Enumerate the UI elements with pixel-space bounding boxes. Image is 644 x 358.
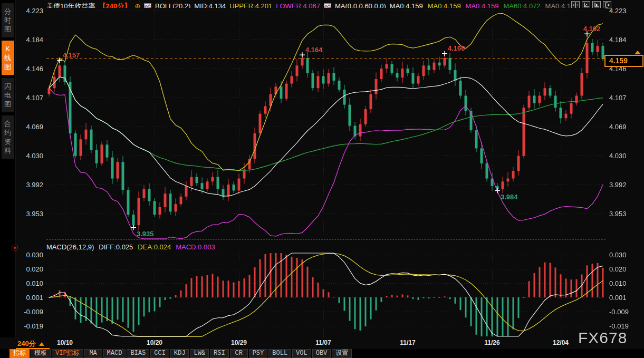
toolbar-button-设置[interactable]: 设置 <box>332 349 352 358</box>
price-tick-label: 4.184 <box>16 36 43 44</box>
toolbar-button-VOL[interactable]: VOL <box>292 349 311 358</box>
macd-tick-label: 0.010 <box>16 279 43 287</box>
macd-macd-value: MACD:0.003 <box>176 243 215 251</box>
toolbar-button-BIAS[interactable]: BIAS <box>127 349 149 358</box>
macd-header: MACD(26,12,9) DIFF:0.025 DEA:0.024 MACD:… <box>46 243 215 251</box>
panel-separator <box>46 239 605 240</box>
date-tick-label: 10/29 <box>226 339 252 346</box>
scroll-right-icon[interactable] <box>592 1 601 8</box>
date-tick-label: 10/10 <box>52 339 78 346</box>
toolbar-button-模板[interactable]: 模板 <box>31 349 51 358</box>
macd-tick-label: -0.009 <box>609 308 637 316</box>
date-tick-label: 11/17 <box>395 339 420 346</box>
main-chart-canvas[interactable] <box>46 8 605 240</box>
macd-tick-label: -0.019 <box>16 322 43 330</box>
macd-diff-value: DIFF:0.025 <box>99 243 133 251</box>
price-tick-label: 4.223 <box>609 7 637 15</box>
sidebar-tab-time-chart[interactable]: 分时图 <box>2 3 14 37</box>
period-selector[interactable]: 240分 <box>17 339 44 349</box>
date-tick-label: 12/04 <box>548 339 573 346</box>
toolbar-button-OBV[interactable]: OBV <box>312 349 331 358</box>
price-tick-label: 4.030 <box>16 152 43 160</box>
toolbar-button-KDJ[interactable]: KDJ <box>170 349 189 358</box>
macd-tick-label: 0.010 <box>609 279 637 287</box>
macd-tick-label: -0.009 <box>16 308 43 316</box>
date-tick-label: 11/26 <box>479 339 505 346</box>
macd-chart-canvas[interactable] <box>46 252 605 337</box>
price-tick-label: 4.107 <box>609 94 637 102</box>
macd-tick-label: 0.020 <box>609 265 637 273</box>
move-tool-icon[interactable] <box>571 1 580 8</box>
chart-application-window: 分时图K线图闪电图合约资料 美债10年收益率 【240分】 ⊕ BOLL(20,… <box>0 0 644 358</box>
chart-toolbar-icons <box>571 1 611 8</box>
price-tick-label: 4.223 <box>16 7 43 15</box>
indicator-toolbar: 指标模板VIP指标MAMACDBIASCCIKDJLW&RSICRPSYBOLL… <box>0 349 644 358</box>
macd-tick-label: 0.001 <box>609 294 637 302</box>
toolbar-button-BOLL[interactable]: BOLL <box>268 349 291 358</box>
macd-name: MACD(26,12,9) <box>46 243 94 251</box>
macd-tick-label: 0.030 <box>609 251 637 259</box>
watermark: FX678 <box>578 329 627 347</box>
toolbar-button-RSI[interactable]: RSI <box>210 349 229 358</box>
toolbar-button-CR[interactable]: CR <box>230 349 248 358</box>
macd-tick-label: 0.030 <box>16 251 43 259</box>
current-price-box: 4.159 <box>604 55 643 67</box>
toolbar-button-MA[interactable]: MA <box>84 349 102 358</box>
price-tick-label: 4.030 <box>609 152 637 160</box>
price-up-arrow-icon <box>635 51 641 54</box>
toolbar-button-CCI[interactable]: CCI <box>150 349 169 358</box>
price-tick-label: 4.069 <box>16 123 43 131</box>
price-tick-label: 3.992 <box>16 181 43 189</box>
macd-tick-label: 0.001 <box>16 294 43 302</box>
toolbar-button-MACD[interactable]: MACD <box>103 349 126 358</box>
sidebar-tab-contract-info[interactable]: 合约资料 <box>2 115 14 159</box>
toolbar-button-指标[interactable]: 指标 <box>9 349 30 358</box>
sidebar-tab-kline-chart[interactable]: K线图 <box>2 41 14 75</box>
sidebar-tab-tick-chart[interactable]: 闪电图 <box>2 78 14 112</box>
price-tick-label: 4.069 <box>609 123 637 131</box>
date-axis: 240分 10/1010/2010/2911/0711/1711/2612/04 <box>0 337 644 349</box>
toolbar-button-PSY[interactable]: PSY <box>249 349 268 358</box>
price-tick-label: 4.146 <box>16 65 43 73</box>
date-tick-label: 11/07 <box>311 339 336 346</box>
date-tick-label: 10/20 <box>142 339 167 346</box>
price-tick-label: 4.184 <box>609 36 637 44</box>
price-tick-label: 4.107 <box>16 94 43 102</box>
toolbar-button-LW&[interactable]: LW& <box>190 349 209 358</box>
sidebar: 分时图K线图闪电图合约资料 <box>0 0 16 358</box>
price-tick-label: 3.953 <box>16 210 43 218</box>
toolbar-button-VIP指标[interactable]: VIP指标 <box>52 349 83 358</box>
triangle-up-icon <box>39 342 44 346</box>
macd-panel-toggle-icon[interactable] <box>12 245 18 251</box>
price-tick-label: 3.992 <box>609 181 637 189</box>
macd-dea-value: DEA:0.024 <box>138 243 171 251</box>
period-selector-label: 240分 <box>17 340 36 347</box>
price-tick-label: 3.953 <box>609 210 637 218</box>
macd-tick-label: 0.020 <box>16 265 43 273</box>
axis-scale-icon[interactable] <box>582 1 590 8</box>
